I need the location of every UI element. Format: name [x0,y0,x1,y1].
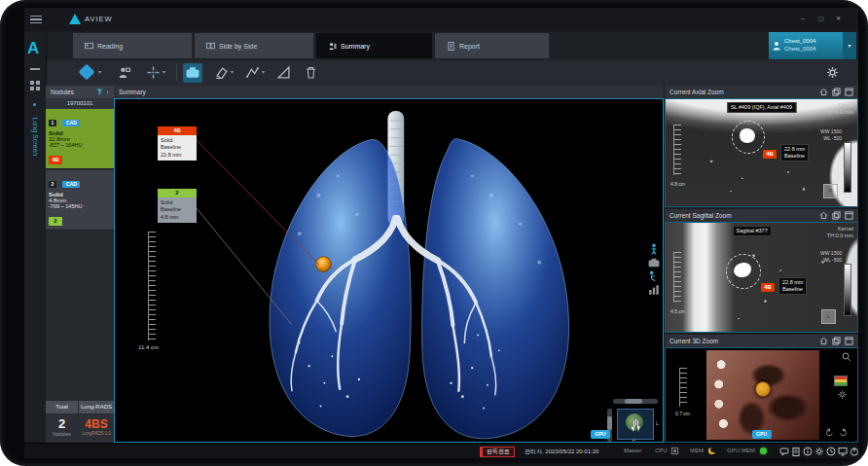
axial-zoom-viewport[interactable]: SL #409 (IQF), Axial #409 KernelTH:0.0 m… [665,98,858,207]
axial-grayscale-bar[interactable] [844,142,851,193]
orientation-figure-icon[interactable] [648,243,660,255]
capture-tool-icon [186,66,199,80]
callout-grade-badge: 2 [158,189,197,197]
eraser-tool-icon[interactable] [215,66,228,79]
total-nodule-count: 2 [46,416,78,431]
threed-zoom-viewport[interactable]: 0.7 cm GPU [665,347,858,443]
lung-rads-version: LungRADS 1.1 [79,431,114,436]
callout-timepoint: Baseline [161,206,194,213]
rail-collapse-icon[interactable] [30,68,40,70]
total-value-cell: 2 Nodules [46,414,78,443]
expand-icon[interactable] [845,88,853,96]
callout-size: 22.8 mm [161,152,194,159]
nodule-card-2[interactable]: 2 CAD Solid 4.8mm -709 ~ 145HU 2 [46,170,114,231]
total-header-cell: Total [46,401,78,413]
sagittal-zoom-viewport[interactable]: Sagittal #377 KernelTH:0.0 mm 4.5 cm WW … [665,222,858,333]
nodule-callout-2[interactable]: 2 Solid Baseline 4.8 mm [158,189,197,223]
navigator-thumbnail[interactable] [617,409,654,440]
summary-3d-viewport[interactable]: 4B Solid Baseline 22.8 mm 2 Solid Baseli… [114,98,664,443]
nodule-callout-1[interactable]: 4B Solid Baseline 22.8 mm [158,126,197,161]
export-icon[interactable] [832,211,841,220]
chat-icon[interactable] [779,447,789,456]
patient-icon [772,41,781,51]
clock-icon[interactable] [826,447,836,456]
viewport-ruler-label: 11.4 cm [138,344,159,350]
rotate-right-icon[interactable] [839,428,848,437]
menu-icon[interactable] [30,16,42,23]
body-position-icon[interactable] [648,270,660,282]
threed-ruler [679,368,687,407]
patient-dropdown-caret-icon[interactable]: ▾ [843,32,856,59]
axial-window-text: WW 1500WL -500 [820,128,842,141]
app-window: AVIEW – ▢ ✕ Reading Side by Side Summary… [24,8,858,458]
reset-view-icon[interactable] [819,337,828,345]
export-icon[interactable] [832,337,841,345]
app-logo-icon [69,14,81,24]
sagittal-grayscale-bar[interactable] [844,264,851,316]
settings-gear-icon[interactable] [826,66,839,79]
render-settings-gear-icon[interactable] [837,389,848,400]
axial-slice-label: SL #409 (IQF), Axial #409 [727,102,796,113]
eraser-tool-caret-icon[interactable]: ▾ [231,68,234,75]
color-lut-icon[interactable] [834,376,848,386]
axial-zoom-header: Current Axial Zoom [665,86,858,98]
polyline-tool-icon[interactable] [246,66,259,79]
expand-icon[interactable] [845,211,853,220]
monitor-icon[interactable] [838,447,848,456]
setsquare-tool-icon[interactable] [277,66,290,79]
tab-side-by-side-label: Side by Side [219,43,257,50]
navigator-h-slider[interactable] [613,399,658,404]
lung-rads-score: 4BS [79,417,114,431]
crosshair-tool-caret-icon[interactable]: ▾ [163,68,165,75]
threed-gpu-badge: GPU [752,430,772,439]
camera-view-icon[interactable] [648,257,660,269]
gpu-mem-status-dot [760,448,767,454]
expand-icon[interactable] [845,337,853,345]
clipboard-icon[interactable] [791,447,801,456]
user-tool-icon[interactable] [118,66,130,79]
pan-tool-caret-icon[interactable]: ▾ [98,68,101,75]
reset-view-icon[interactable] [819,211,828,220]
window-close-button[interactable]: ✕ [836,15,841,21]
device-bezel: AVIEW – ▢ ✕ Reading Side by Side Summary… [0,0,868,466]
memory-moon-icon [707,447,716,455]
cad-badge: CAD [62,120,80,126]
pan-tool-icon[interactable] [79,64,95,81]
rail-aview-logo: A [27,39,39,58]
info-icon[interactable] [803,447,813,456]
user-timestamp: 관리자, 2023/05/22 20:01:20 [524,448,598,456]
filter-icon[interactable] [96,89,103,95]
lung-rads-value-cell: 4BS LungRADS 1.1 [79,414,114,443]
tab-report[interactable]: Report [435,33,550,58]
sidebar-item-lung-screen[interactable]: Lung Screen [32,118,39,166]
nodule-card-1[interactable]: 1 CAD Solid 22.8mm -827 ~ 164HU 4B [46,109,114,169]
tab-side-by-side[interactable]: Side by Side [195,33,314,58]
summary-panel-header: Summary [114,86,664,98]
window-minimize-button[interactable]: – [801,15,805,21]
tab-bar: Reading Side by Side Summary Report Ches… [24,31,858,60]
window-maximize-button[interactable]: ▢ [818,15,824,21]
patient-selector[interactable]: Chest_0004 Chest_0004 [769,32,843,59]
title-bar: AVIEW – ▢ ✕ [24,8,858,31]
sort-icon[interactable]: ↑ [106,90,109,95]
sagittal-orientation-cube: L [821,309,836,324]
power-icon[interactable] [850,447,858,456]
tab-reading[interactable]: Reading [73,33,193,58]
polyline-tool-caret-icon[interactable]: ▾ [262,68,265,75]
export-icon[interactable] [832,88,841,96]
reset-view-icon[interactable] [819,88,828,96]
tab-summary[interactable]: Summary [316,33,433,58]
delete-tool-icon[interactable] [305,66,317,79]
sagittal-info-text: KernelTH:0.0 mm [827,226,853,239]
rail-grid-icon[interactable] [29,80,41,91]
rotate-left-icon[interactable] [825,428,834,437]
capture-tool-active[interactable] [183,63,202,83]
callout-timepoint: Baseline [161,144,194,151]
histogram-icon[interactable] [648,284,660,296]
threed-ruler-label: 0.7 cm [675,411,690,416]
gear-icon[interactable] [814,447,824,456]
lung-3d-render[interactable] [230,109,609,440]
axial-measure-label: 22.8 mmBaseline [780,144,809,161]
crosshair-tool-icon[interactable] [147,66,160,79]
magnifier-icon[interactable] [842,352,851,362]
